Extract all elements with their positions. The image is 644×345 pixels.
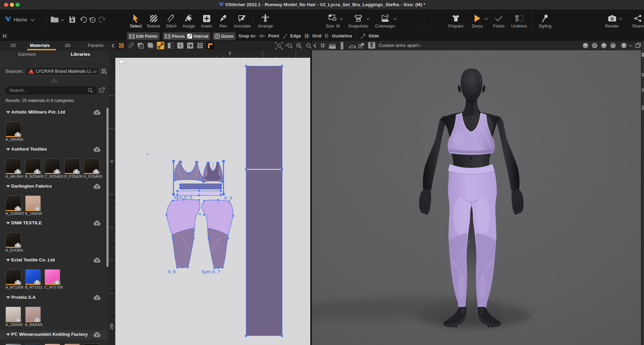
svg-text:0: 0 [111,159,113,163]
svg-text:X: 3: X: 3 [224,195,232,201]
svg-text:0: 0 [229,51,231,55]
svg-text:Sym X: 7: Sym X: 7 [201,269,220,274]
svg-text:X: 8: X: 8 [167,269,176,274]
svg-text:Sym X: 0: Sym X: 0 [174,195,192,200]
svg-text:250: 250 [110,323,114,329]
